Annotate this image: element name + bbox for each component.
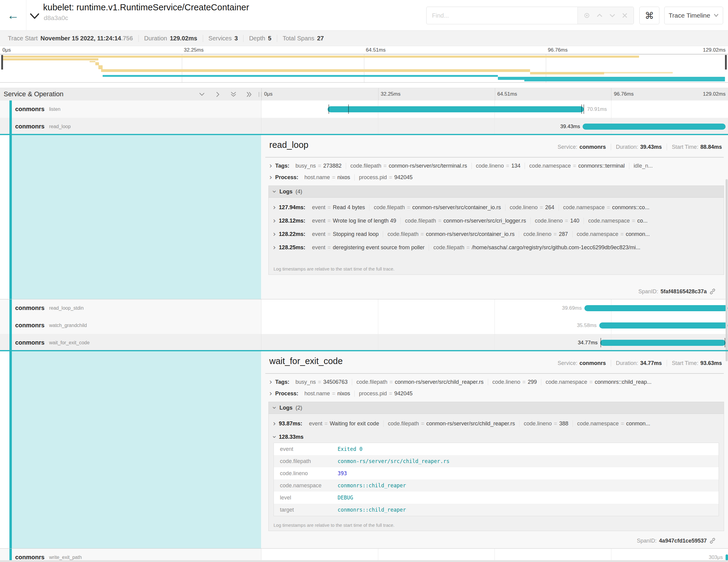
span-color-bar	[9, 299, 12, 317]
span-timeline-cell[interactable]: 34.77ms	[261, 334, 728, 351]
command-icon: ⌘	[645, 10, 654, 21]
process-accordion[interactable]: › Process: host.name=nixosprocess.pid=94…	[269, 389, 724, 398]
view-selector-label: Trace Timeline	[669, 12, 710, 19]
minimap-span-bar	[498, 77, 725, 80]
scrollbar-thumb[interactable]	[726, 179, 728, 361]
span-bar[interactable]	[584, 305, 728, 311]
kv-chip: code.lineno=388	[519, 421, 573, 427]
span-name-cell[interactable]: conmonrs wait_for_exit_code	[0, 334, 261, 351]
process-accordion[interactable]: › Process: host.name=nixosprocess.pid=94…	[269, 173, 724, 182]
log-marker	[328, 104, 329, 114]
span-timeline-cell[interactable]: 39.69ms	[261, 299, 728, 317]
log-entry[interactable]: › 128.25ms: event=deregistering event so…	[273, 243, 721, 252]
log-entry[interactable]: › 93.87ms: event=Waiting for exit codeco…	[273, 419, 721, 428]
log-marker	[348, 104, 349, 114]
span-name-cell[interactable]: conmonrs read_loop	[0, 118, 261, 135]
span-service: conmonrs	[15, 339, 45, 346]
span-detail-meta: Service:conmonrs Duration:39.43ms Start …	[558, 144, 722, 150]
span-bar[interactable]	[583, 124, 725, 130]
chevron-right-icon: ›	[269, 163, 272, 169]
span-bar[interactable]	[600, 340, 726, 346]
span-duration-label: 70.91ms	[587, 106, 607, 112]
kv-chip: code.filepath=/home/sascha/.cargo/regist…	[429, 244, 645, 251]
span-operation: watch_grandchild	[49, 323, 87, 328]
collapse-all-icon[interactable]	[230, 91, 237, 98]
span-service: conmonrs	[15, 554, 45, 561]
link-icon[interactable]	[709, 288, 716, 295]
span-row-watch-grandchild: conmonrs watch_grandchild 35.58ms	[0, 317, 728, 334]
log-timestamp: 93.87ms:	[279, 421, 302, 427]
minimap-span-bar	[90, 61, 95, 62]
span-bar[interactable]	[328, 106, 584, 112]
logs-count: (4)	[296, 189, 302, 195]
view-selector-button[interactable]: Trace Timeline	[664, 7, 723, 24]
span-duration-label: 35.58ms	[577, 322, 597, 329]
minimap-span-bar	[604, 72, 672, 73]
span-timeline-cell[interactable]: 70.91ms	[261, 100, 728, 118]
kv-chip: host.name=nixos	[300, 174, 355, 181]
trace-id: d8a3a0c	[44, 14, 68, 22]
trace-collapse-toggle[interactable]	[29, 11, 43, 21]
minimap-span-bar	[3, 56, 639, 58]
logs-accordion: › Logs (4) › 127.94ms: event=Read 4 byte…	[268, 186, 724, 275]
span-timeline-cell[interactable]: 39.43ms	[261, 118, 728, 135]
tags-accordion[interactable]: › Tags: busy_ns=34506763code.filepath=co…	[269, 377, 724, 387]
trace-services: Services3	[203, 35, 244, 42]
span-duration-label: 34.77ms	[578, 340, 597, 346]
keyboard-shortcuts-button[interactable]: ⌘	[639, 7, 659, 24]
minimap-right-handle[interactable]	[725, 55, 727, 70]
span-bar[interactable]	[726, 554, 728, 560]
minimap-span-bar	[530, 72, 604, 74]
kv-chip: event=Waiting for exit code	[305, 421, 384, 427]
chevron-right-icon: ›	[273, 231, 276, 237]
kv-chip: process.pid=942045	[355, 390, 417, 397]
kv-chip: process.pid=942045	[355, 174, 417, 181]
kv-chip: event=Wrote log line of length 49	[308, 218, 401, 224]
kv-chip: code.filepath=conmon-rs/server/src/conta…	[369, 204, 505, 211]
expand-all-icon[interactable]	[246, 91, 253, 98]
kv-chip: host.name=nixos	[300, 390, 355, 397]
log-entry[interactable]: › 128.22ms: event=Stopping read loopcode…	[273, 230, 721, 239]
chevron-down-icon	[29, 12, 40, 20]
span-timeline-cell[interactable]: 35.58ms	[261, 317, 728, 334]
minimap-span-bar	[103, 75, 498, 77]
collapse-one-icon[interactable]	[199, 91, 205, 98]
log-timestamp: 128.33ms	[279, 434, 304, 440]
find-input[interactable]	[427, 7, 577, 24]
prev-result-icon[interactable]	[596, 12, 603, 19]
minimap-canvas[interactable]	[0, 54, 728, 83]
span-operation: listen	[49, 107, 60, 112]
divider	[265, 157, 724, 158]
tags-accordion[interactable]: › Tags: busy_ns=273882code.filepath=conm…	[269, 161, 724, 170]
back-button[interactable]: ←	[0, 0, 26, 30]
timeline-tick-labels: 0μs 32.25ms 64.51ms 96.76ms 129.02ms	[261, 88, 728, 100]
span-name-cell[interactable]: conmonrs listen	[0, 100, 261, 118]
expand-one-icon[interactable]	[214, 91, 221, 98]
log-timestamp: 128.22ms:	[279, 231, 305, 237]
service-operation-header: Service & Operation	[0, 88, 261, 100]
logs-header[interactable]: › Logs (2)	[269, 402, 724, 414]
log-entry[interactable]: › 128.12ms: event=Wrote log line of leng…	[273, 216, 721, 225]
log-entry[interactable]: › 127.94ms: event=Read 4 bytescode.filep…	[273, 203, 721, 212]
clear-search-icon[interactable]	[621, 12, 628, 19]
kv-chip: code.filepath=conmon-rs/server/src/conta…	[383, 231, 519, 237]
span-color-bar	[9, 317, 12, 334]
log-marker	[581, 104, 582, 114]
log-entry-expanded[interactable]: › 128.33ms	[273, 432, 721, 441]
next-result-icon[interactable]	[609, 12, 616, 19]
span-color-bar	[9, 100, 12, 118]
timeline-column-header: Service & Operation 0μs 32.25ms 64.51ms …	[0, 88, 728, 101]
span-bar[interactable]	[599, 322, 728, 329]
span-name-cell[interactable]: conmonrs watch_grandchild	[0, 317, 261, 334]
link-icon[interactable]	[709, 537, 716, 544]
span-operation: write_exit_path	[49, 555, 82, 560]
table-row: target conmonrs::child_reaper	[274, 504, 719, 516]
log-timestamp: 128.12ms:	[279, 218, 305, 224]
minimap-span-bar	[95, 62, 99, 65]
span-name-cell[interactable]: conmonrs read_loop_stdin	[0, 299, 261, 317]
span-service: conmonrs	[15, 106, 45, 113]
find-tools	[577, 7, 634, 24]
locate-icon[interactable]	[583, 12, 590, 19]
logs-header[interactable]: › Logs (4)	[269, 186, 724, 198]
span-rows: conmonrs listen 70.91ms conmonrs read_lo…	[0, 100, 728, 562]
